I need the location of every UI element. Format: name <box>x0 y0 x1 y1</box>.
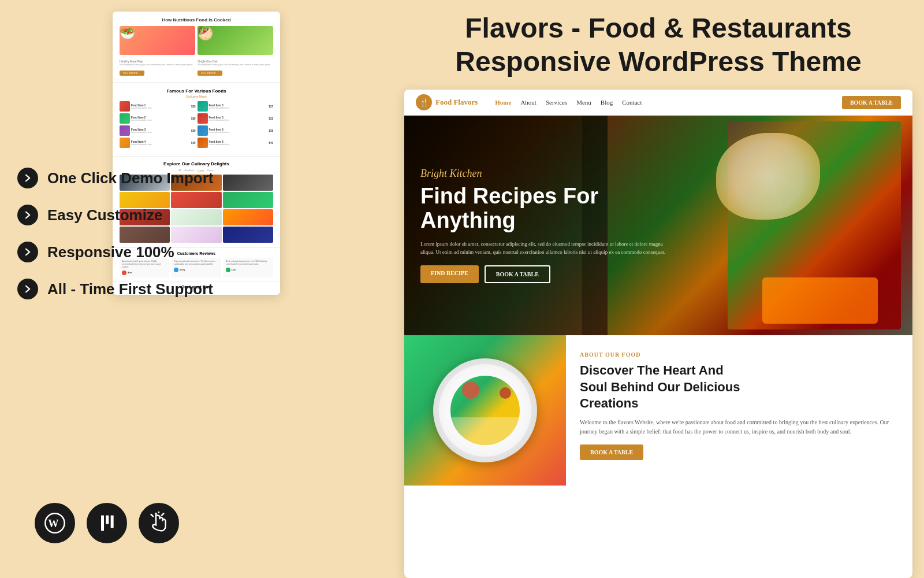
review-avatar-3 <box>226 268 230 272</box>
about-description: Welcome to the flavors Website, where we… <box>580 418 899 436</box>
wordpress-icon: W <box>35 503 75 543</box>
menu-item-price-3: $29 <box>191 117 196 120</box>
find-recipe-button[interactable]: FIND RECIPE <box>420 265 479 283</box>
nav-logo: 🍴 Food Flavors <box>416 94 478 110</box>
chevron-right-icon-responsive <box>23 247 33 257</box>
feature-arrow-customize <box>17 205 38 225</box>
nav-cta-button[interactable]: BOOK A TABLE <box>842 96 901 109</box>
menu-item-price-7: $40 <box>191 142 196 144</box>
menu-item-price-6: $35 <box>269 129 273 132</box>
menu-item-price-8: $40 <box>269 142 273 144</box>
review-card-3: Best restaurant experience ever. Will de… <box>223 258 273 277</box>
nav-link-menu[interactable]: Menu <box>576 99 591 106</box>
nav-bar: 🍴 Food Flavors Home Ahout Services Menu … <box>404 90 912 116</box>
feature-item-responsive: Responsive 100% <box>17 242 214 262</box>
hand-pointer-icon <box>147 512 170 535</box>
review-name-3: Lisa <box>232 269 236 271</box>
main-title: Flavors - Food & Restaurants Responsive … <box>404 12 912 78</box>
food-btn-2[interactable]: FULL RECIPE → <box>198 71 222 76</box>
chevron-right-icon-customize <box>23 210 33 220</box>
menu-section-title: Famous For Various Foods <box>120 88 273 94</box>
chevron-right-icon-demo <box>23 173 33 183</box>
menu-item-6: Food Item 6 Lorem description here $35 <box>198 125 274 136</box>
menu-item-desc-5: Lorem description here <box>131 131 190 134</box>
about-food-image <box>404 335 566 486</box>
menu-item-img-1 <box>120 101 130 112</box>
culinary-img-3 <box>223 175 273 191</box>
menu-item-desc-7: Lorem description here <box>131 143 190 146</box>
nav-link-blog[interactable]: Blog <box>601 99 613 106</box>
culinary-img-12 <box>223 227 273 243</box>
chevron-right-icon-support <box>23 284 33 294</box>
feature-item-support: All - Time First Support <box>17 279 214 299</box>
food-desc-2: We delighted to bring you this refreshin… <box>198 63 273 66</box>
menu-item-8: Food Item 6 Lorem description here $40 <box>198 138 274 148</box>
nav-logo-text: Food Flavors <box>435 98 478 107</box>
preview-food-img-1: 🥗 <box>120 26 195 55</box>
menu-item-price-5: $30 <box>191 129 196 132</box>
left-panel: How Nutritious Food Is Cooked 🥗 🥙 Health… <box>0 0 393 578</box>
about-label: ABOUT OUR FOOD <box>580 351 899 358</box>
about-title: Discover The Heart AndSoul Behind Our De… <box>580 362 899 412</box>
nav-links: Home Ahout Services Menu Blog Contact <box>495 99 830 106</box>
hero-background: Bright Kitchen Find Recipes ForAnything … <box>404 116 912 335</box>
nav-logo-icon: 🍴 <box>416 94 432 110</box>
menu-item-img-7 <box>120 138 130 148</box>
nav-link-home[interactable]: Home <box>495 99 511 106</box>
menu-item-price-4: $32 <box>269 117 273 120</box>
svg-rect-4 <box>111 516 114 528</box>
menu-item-img-8 <box>198 138 208 148</box>
menu-subtitle: Exclusive Menu <box>120 95 273 98</box>
menu-item-price-2: $27 <box>269 105 273 108</box>
menu-item-img-2 <box>198 101 208 112</box>
menu-item-img-5 <box>120 125 130 136</box>
feature-arrow-demo <box>17 168 38 188</box>
nav-link-about[interactable]: Ahout <box>520 99 536 106</box>
feature-text-demo: One Click Demo Import <box>47 169 214 187</box>
svg-rect-2 <box>101 516 104 531</box>
feature-arrow-responsive <box>17 242 38 262</box>
menu-item-2: Food Item 5 Lorem description here $27 <box>198 101 274 112</box>
main-title-line1: Flavors - Food & Restaurants <box>465 13 851 43</box>
feature-text-responsive: Responsive 100% <box>47 243 174 261</box>
touch-icon <box>139 503 179 543</box>
nav-link-contact[interactable]: Contact <box>622 99 642 106</box>
menu-item-desc-6: Lorem description here <box>209 131 268 134</box>
book-table-about-button[interactable]: BOOK A TABLE <box>580 444 643 460</box>
menu-item-desc-1: Lorem description here <box>131 107 190 109</box>
hero-buttons: FIND RECIPE BOOK A TABLE <box>420 265 668 283</box>
food-desc-1: We delighted to bring you this refreshin… <box>120 63 195 66</box>
food-btn-1[interactable]: FULL RECIPE → <box>120 71 144 76</box>
preview-nutritious-title: How Nutritious Food Is Cooked <box>120 17 273 23</box>
hero-subtitle: Bright Kitchen <box>420 168 668 180</box>
hero-content: Bright Kitchen Find Recipes ForAnything … <box>404 150 684 301</box>
menu-item-img-6 <box>198 125 208 136</box>
elementor-logo-icon <box>95 512 118 535</box>
plugin-icons: W <box>35 503 179 543</box>
book-table-hero-button[interactable]: BOOK A TABLE <box>485 265 550 283</box>
hero-description: Lorem ipsum dolor sit amet, consectetur … <box>420 240 668 256</box>
feature-item-customize: Easy Customize <box>17 205 214 225</box>
features-list: One Click Demo Import Easy Customize Res… <box>17 168 214 316</box>
menu-item-desc-8: Lorem description here <box>209 143 268 146</box>
main-title-line2: Responsive WordPress Theme <box>455 46 861 77</box>
right-panel: Flavors - Food & Restaurants Responsive … <box>393 0 924 578</box>
culinary-img-6 <box>223 192 273 208</box>
culinary-title: Explore Our Culinary Delights <box>120 161 273 166</box>
hero-section: Bright Kitchen Find Recipes ForAnything … <box>404 116 912 335</box>
menu-grid: Food Item 1 Lorem description here $25 F… <box>120 101 273 148</box>
review-author-3: Lisa <box>226 268 271 272</box>
svg-text:W: W <box>48 518 59 529</box>
menu-item-3: Food Item 2 Lorem description here $29 <box>120 113 196 124</box>
hero-sauce-visual <box>716 133 820 220</box>
culinary-img-9 <box>223 209 273 225</box>
about-section: ABOUT OUR FOOD Discover The Heart AndSou… <box>404 335 912 486</box>
nav-link-services[interactable]: Services <box>546 99 567 106</box>
preview-food-img-2: 🥙 <box>198 26 273 55</box>
hero-title: Find Recipes ForAnything <box>420 184 668 233</box>
menu-item-5: Food Item 3 Lorem description here $30 <box>120 125 196 136</box>
review-text-3: Best restaurant experience ever. Will de… <box>226 260 271 266</box>
feature-text-customize: Easy Customize <box>47 206 162 224</box>
hero-veggie-visual <box>762 277 878 324</box>
menu-item-desc-2: Lorem description here <box>209 107 268 109</box>
